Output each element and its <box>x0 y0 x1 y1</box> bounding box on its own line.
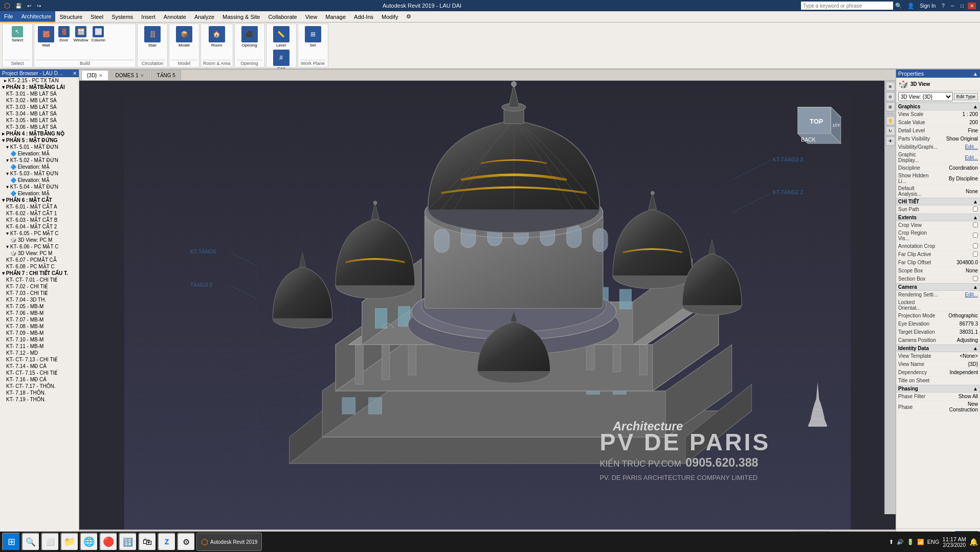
menu-modify[interactable]: Modify <box>377 11 402 22</box>
pb-item-kt301[interactable]: KT- 3.01 - MB LÁT SÀ <box>0 90 79 97</box>
calculator-btn[interactable]: 🔢 <box>119 533 137 551</box>
undo-button[interactable]: ↩ <box>25 3 33 9</box>
pb-item-kt710[interactable]: KT- 7.10 - MB-M <box>0 336 79 343</box>
menu-insert[interactable]: Insert <box>137 11 160 22</box>
pp-section-extents[interactable]: Extents ▲ <box>896 214 980 221</box>
zoom-fit-btn[interactable]: ⊞ <box>886 102 895 111</box>
menu-addins[interactable]: Add-Ins <box>350 11 377 22</box>
zalo-btn[interactable]: Z <box>158 533 176 551</box>
pp-section-identitydata[interactable]: Identity Data ▲ <box>896 344 980 352</box>
edit-type-btn[interactable]: Edit Type <box>954 93 978 100</box>
task-view-btn[interactable]: ⬜ <box>41 533 59 551</box>
orbit-btn[interactable]: ↻ <box>886 126 895 135</box>
ribbon-workplane-btn[interactable]: ⊞ Set <box>303 25 323 49</box>
pb-item-kt304[interactable]: KT- 3.04 - MB LÁT SÀ <box>0 110 79 117</box>
pb-item-kt601[interactable]: KT- 6.01 - MẶT CẮT A <box>0 203 79 210</box>
zoom-in-btn[interactable]: ⊕ <box>886 82 895 91</box>
menu-settings[interactable]: ⚙ <box>402 11 415 22</box>
menu-structure[interactable]: Structure <box>55 11 86 22</box>
pb-item-kt603[interactable]: KT- 6.03 - MẶT CẮT B <box>0 217 79 223</box>
pb-item-kt701[interactable]: KT- CT- 7.01 - CHI TIẾ <box>0 277 79 283</box>
viewport-canvas[interactable]: KT-TẦNG3 3 KT-TẦNG2 2 KT-TẦNG5 TẦNG3 3 A… <box>79 81 896 530</box>
menu-massing[interactable]: Massing & Site <box>218 11 264 22</box>
ribbon-wall-btn[interactable]: 🧱 Wall <box>36 25 56 49</box>
ribbon-door-btn[interactable]: 🚪 Door <box>56 25 72 43</box>
minimize-button[interactable]: ─ <box>949 3 956 9</box>
pb-item-kt713[interactable]: KT- CT- 7.13 - CHI TIẾ <box>0 356 79 363</box>
pb-item-kt708[interactable]: KT- 7.08 - MB-M <box>0 323 79 330</box>
chrome-btn[interactable]: 🔴 <box>99 533 118 551</box>
ribbon-stair-btn[interactable]: 🪜 Stair <box>143 25 162 49</box>
pb-item-kt305[interactable]: KT- 3.05 - MB LÁT SÀ <box>0 117 79 124</box>
pb-section-phan3[interactable]: ▾ PHẦN 3 : MẶTBẰNG LÁI <box>0 84 79 90</box>
tab-3d[interactable]: {3D} ✕ <box>81 70 108 80</box>
pb-item-kt215[interactable]: ▸ KT- 2.15 - PC TX TẦN <box>0 77 79 84</box>
save-button[interactable]: 💾 <box>13 3 24 9</box>
apps-btn[interactable]: ⚙ <box>177 533 195 551</box>
menu-manage[interactable]: Manage <box>321 11 350 22</box>
pb-item-kt502[interactable]: ▾ KT- 5.02 - MẶT ĐỨN <box>0 157 79 164</box>
search-taskbar-btn[interactable]: 🔍 <box>21 533 40 551</box>
menu-collaborate[interactable]: Collaborate <box>264 11 301 22</box>
pb-item-kt719[interactable]: KT- 7.19 - THÔN. <box>0 396 79 403</box>
menu-annotate[interactable]: Annotate <box>160 11 190 22</box>
menu-analyze[interactable]: Analyze <box>190 11 218 22</box>
pb-item-kt704[interactable]: KT- 7.04 - 3D TH. <box>0 296 79 303</box>
pb-item-kt717[interactable]: KT- CT- 7.17 - THÔN. <box>0 383 79 389</box>
pb-item-kt503[interactable]: ▾ KT- 5.03 - MẶT ĐỨN <box>0 170 79 177</box>
pb-section-phan4[interactable]: ▸ PHẦN 4 : MẶTBẰNG NỘ <box>0 130 79 137</box>
pb-item-kt302[interactable]: KT- 3.02 - MB LÁT SÀ <box>0 97 79 104</box>
pb-item-3dview1[interactable]: 🎲 3D View: PC M <box>0 237 79 243</box>
view-type-dropdown[interactable]: 3D View: {3D} <box>898 92 953 101</box>
pb-item-3dview2[interactable]: 🎲 3D View: PC M <box>0 250 79 257</box>
menu-systems[interactable]: Systems <box>107 11 137 22</box>
menu-steel[interactable]: Steel <box>86 11 107 22</box>
pb-item-kt714[interactable]: KT- 7.14 - MĐ CÁ <box>0 363 79 370</box>
cropregion-checkbox[interactable] <box>973 233 978 238</box>
maximize-button[interactable]: □ <box>959 3 966 9</box>
system-clock[interactable]: 11:17 AM 2/23/2020 <box>943 536 966 548</box>
menu-view[interactable]: View <box>301 11 322 22</box>
store-btn[interactable]: 🛍 <box>138 533 157 551</box>
rendering-edit-btn[interactable]: Edit... <box>938 292 978 297</box>
pb-item-elev4[interactable]: 🔷 Elevation: MẶ <box>0 190 79 197</box>
pp-section-camera[interactable]: Camera ▲ <box>896 283 980 291</box>
ribbon-opening-btn[interactable]: ⬛ Opening <box>240 25 259 49</box>
properties-collapse-btn[interactable]: ▲ <box>973 71 978 77</box>
pb-section-phan5[interactable]: ▾ PHẦN 5 : MẶT ĐỨNG <box>0 137 79 144</box>
notifications-btn[interactable]: 🔔 <box>969 538 978 546</box>
pb-item-kt605[interactable]: ▾ KT- 6.05 - PC MẶT C <box>0 230 79 237</box>
pp-section-graphics[interactable]: Graphics ▲ <box>896 103 980 110</box>
pb-item-kt707[interactable]: KT- 7.07 - MB-M <box>0 316 79 323</box>
pb-item-kt604[interactable]: KT- 6.04 - MẶT CẮT 2 <box>0 223 79 230</box>
pb-item-elev2[interactable]: 🔷 Elevation: MẶ <box>0 164 79 170</box>
pb-item-kt608[interactable]: KT- 6.08 - PC MẶT C <box>0 263 79 270</box>
ribbon-grid-btn[interactable]: # Grid <box>272 49 291 70</box>
pb-item-kt718[interactable]: KT- 7.18 - THÔN. <box>0 389 79 396</box>
pb-item-kt303[interactable]: KT- 3.03 - MB LÁT SÀ <box>0 104 79 110</box>
pb-item-kt702[interactable]: KT- 7.02 - CHI TIẾ <box>0 283 79 290</box>
start-button[interactable]: ⊞ <box>2 533 20 551</box>
pb-item-kt504[interactable]: ▾ KT- 5.04 - MẶT ĐỨN <box>0 183 79 190</box>
pb-item-kt706[interactable]: KT- 7.06 - MB-M <box>0 310 79 316</box>
pan-btn[interactable]: ✋ <box>886 116 895 125</box>
pb-item-kt716[interactable]: KT- 7.16 - MĐ CÁ <box>0 376 79 383</box>
pb-item-kt607[interactable]: KT- 6.07 - PCMẶT CẮ <box>0 257 79 263</box>
edge-btn[interactable]: 🌐 <box>80 533 98 551</box>
tab-domes1-close[interactable]: ✕ <box>140 73 144 78</box>
pb-item-elev1[interactable]: 🔷 Elevation: MẶ <box>0 150 79 157</box>
tab-tang5[interactable]: TẦNG 5 <box>151 70 181 80</box>
sunpath-checkbox[interactable] <box>973 206 978 212</box>
vis-graph-edit-btn[interactable]: Edit... <box>938 144 978 150</box>
pb-item-kt711[interactable]: KT- 7.11 - MB-M <box>0 343 79 350</box>
sectionbox-checkbox[interactable] <box>973 276 978 281</box>
walk-btn[interactable]: 👁 <box>886 136 895 146</box>
menu-file[interactable]: File <box>0 11 17 22</box>
ribbon-column-btn[interactable]: ⬜ Column <box>90 25 107 43</box>
graph-display-edit-btn[interactable]: Edit... <box>938 155 978 160</box>
pb-item-kt501[interactable]: ▾ KT- 5.01 - MẶT ĐỨN <box>0 144 79 150</box>
pp-section-phasing[interactable]: Phasing ▲ <box>896 385 980 393</box>
ribbon-level-btn[interactable]: 📏 Level <box>272 25 291 49</box>
redo-button[interactable]: ↪ <box>35 3 43 9</box>
ribbon-model-btn[interactable]: 📦 Model <box>174 25 194 49</box>
